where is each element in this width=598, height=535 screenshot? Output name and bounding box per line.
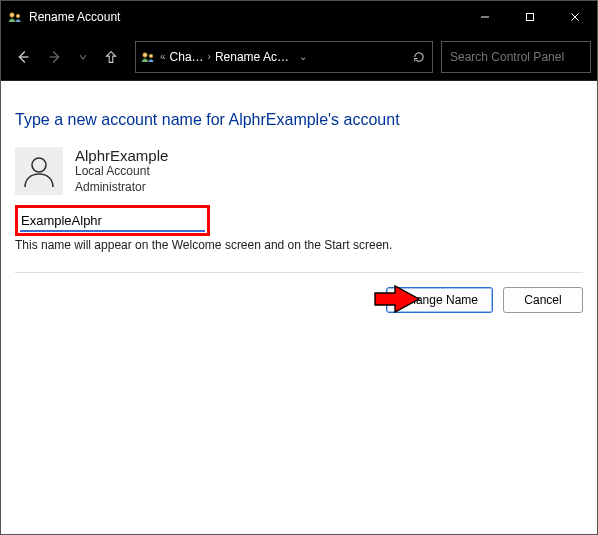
- forward-button[interactable]: [39, 41, 71, 73]
- recent-dropdown[interactable]: [71, 41, 95, 73]
- account-type: Local Account: [75, 164, 168, 180]
- minimize-button[interactable]: [462, 1, 507, 33]
- divider: [15, 272, 583, 273]
- svg-point-1: [16, 14, 20, 18]
- svg-marker-13: [375, 286, 419, 312]
- back-button[interactable]: [7, 41, 39, 73]
- account-name: AlphrExample: [75, 147, 168, 164]
- search-input[interactable]: [450, 50, 598, 64]
- breadcrumb-second[interactable]: Rename Ac…: [215, 50, 289, 64]
- account-role: Administrator: [75, 180, 168, 196]
- help-text: This name will appear on the Welcome scr…: [15, 238, 583, 252]
- refresh-button[interactable]: [412, 50, 426, 64]
- svg-rect-3: [526, 14, 533, 21]
- window-title: Rename Account: [29, 10, 120, 24]
- svg-point-9: [149, 54, 153, 58]
- app-icon: [7, 9, 23, 25]
- svg-point-12: [32, 158, 46, 172]
- titlebar: Rename Account: [1, 1, 597, 33]
- maximize-button[interactable]: [507, 1, 552, 33]
- breadcrumb-first[interactable]: Cha…: [170, 50, 204, 64]
- button-row: Change Name Cancel: [15, 287, 583, 313]
- chevron-left-icon: «: [160, 51, 166, 62]
- up-button[interactable]: [95, 41, 127, 73]
- address-bar[interactable]: « Cha… › Rename Ac… ⌄: [135, 41, 433, 73]
- close-button[interactable]: [552, 1, 597, 33]
- chevron-right-icon: ›: [208, 51, 211, 62]
- svg-point-8: [143, 52, 147, 56]
- cancel-button[interactable]: Cancel: [503, 287, 583, 313]
- content-area: Type a new account name for AlphrExample…: [1, 81, 597, 327]
- address-dropdown[interactable]: ⌄: [299, 51, 307, 62]
- svg-point-0: [10, 13, 14, 17]
- search-box[interactable]: [441, 41, 591, 73]
- page-heading: Type a new account name for AlphrExample…: [15, 111, 583, 129]
- name-input-highlight: [15, 205, 210, 236]
- avatar-icon: [15, 147, 63, 195]
- new-name-input[interactable]: [20, 211, 205, 232]
- arrow-annotation-icon: [373, 284, 421, 318]
- account-info: AlphrExample Local Account Administrator: [15, 147, 583, 195]
- users-icon: [140, 49, 156, 65]
- navbar: « Cha… › Rename Ac… ⌄: [1, 33, 597, 81]
